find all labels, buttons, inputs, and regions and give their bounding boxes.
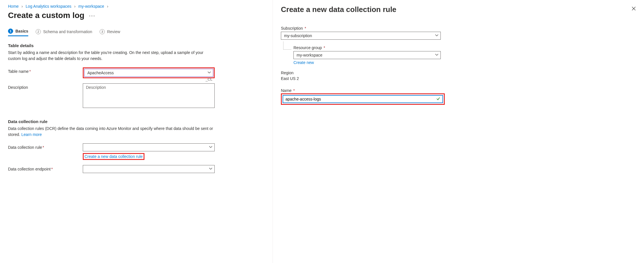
close-icon[interactable]	[631, 6, 636, 12]
table-details-heading: Table details	[8, 43, 265, 48]
breadcrumb-my-workspace[interactable]: my-workspace	[79, 4, 104, 9]
description-label: Description	[8, 83, 83, 90]
tab-basics-label: Basics	[15, 29, 28, 33]
breadcrumb-home[interactable]: Home	[8, 4, 19, 9]
breadcrumb-sep: ›	[107, 4, 108, 9]
description-input[interactable]	[83, 83, 215, 108]
dcr-desc: Data collection rules (DCR) define the d…	[8, 126, 214, 138]
region-label: Region	[281, 71, 636, 75]
table-details-desc: Start by adding a name and description f…	[8, 50, 214, 62]
breadcrumb: Home › Log Analytics workspaces › my-wor…	[8, 4, 265, 9]
tab-review[interactable]: 3 Review	[100, 29, 120, 36]
learn-more-link[interactable]: Learn more	[21, 132, 42, 137]
step-number-icon: 2	[36, 29, 41, 34]
more-actions-icon[interactable]: ···	[89, 12, 96, 19]
tab-schema-label: Schema and transformation	[43, 29, 92, 34]
wizard-tabs: 1 Basics 2 Schema and transformation 3 R…	[8, 29, 265, 36]
step-number-icon: 3	[100, 29, 105, 34]
create-dcr-highlight: Create a new data collection rule	[83, 153, 144, 160]
resource-group-select[interactable]: my-workspace	[293, 51, 441, 59]
step-number-icon: 1	[8, 29, 13, 34]
subscription-select[interactable]: my-subscription	[281, 32, 441, 40]
breadcrumb-sep: ›	[74, 4, 76, 9]
dcr-rule-label: Data collection rule*	[8, 143, 83, 150]
table-name-label: Table name*	[8, 67, 83, 74]
tab-basics[interactable]: 1 Basics	[8, 29, 28, 36]
table-name-suffix: _CL	[206, 77, 212, 81]
dcr-heading: Data collection rule	[8, 119, 265, 124]
side-panel-title: Create a new data collection rule	[281, 5, 636, 14]
tab-review-label: Review	[107, 29, 120, 34]
dcr-rule-select[interactable]	[83, 143, 215, 151]
tab-schema[interactable]: 2 Schema and transformation	[36, 29, 92, 36]
breadcrumb-sep: ›	[21, 4, 23, 9]
page-title: Create a custom log	[8, 11, 84, 20]
subscription-label: Subscription *	[281, 26, 636, 31]
resource-group-label: Resource group *	[293, 45, 636, 50]
dcr-name-highlight	[281, 93, 445, 105]
dcr-name-input[interactable]	[283, 96, 442, 103]
dcr-endpoint-label: Data collection endpoint*	[8, 165, 83, 171]
check-icon	[436, 97, 440, 102]
table-name-highlight	[83, 67, 215, 78]
breadcrumb-workspaces[interactable]: Log Analytics workspaces	[26, 4, 71, 9]
table-name-input[interactable]	[84, 69, 213, 77]
dcr-name-label: Name *	[281, 88, 636, 93]
dcr-endpoint-select[interactable]	[83, 165, 215, 173]
create-dcr-link[interactable]: Create a new data collection rule	[84, 154, 143, 159]
create-new-rg-link[interactable]: Create new	[293, 60, 314, 65]
region-value: East US 2	[281, 76, 636, 81]
